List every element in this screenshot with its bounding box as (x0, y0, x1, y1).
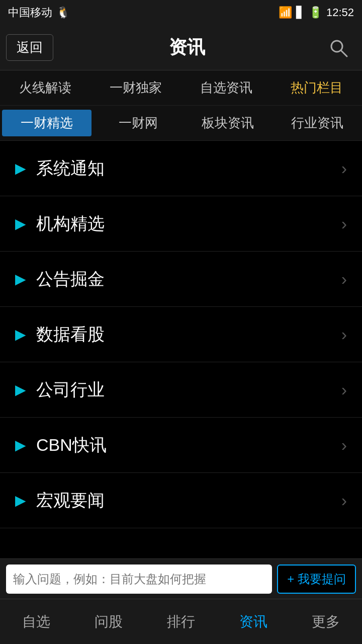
carrier-label: 中国移动 (8, 5, 52, 20)
list-item-announcement-mining[interactable]: ▶公告掘金› (0, 252, 362, 307)
play-icon: ▶ (15, 381, 26, 398)
list-item-label: 公告掘金 (36, 268, 341, 291)
ask-button[interactable]: + 我要提问 (277, 565, 356, 594)
list-item-label: 系统通知 (36, 157, 341, 180)
nav-item-watchlist[interactable]: 自选 (0, 599, 72, 644)
list-item-label: 公司行业 (36, 378, 341, 401)
nav-item-ranking[interactable]: 排行 (145, 599, 217, 644)
list-item-label: CBN快讯 (36, 434, 341, 457)
nav-item-ask-stock[interactable]: 问股 (72, 599, 145, 644)
play-icon: ▶ (15, 437, 26, 453)
tab1-item-watchlist-news[interactable]: 自选资讯 (181, 70, 272, 105)
chevron-right-icon: › (341, 214, 347, 233)
wifi-icon: 📶 (279, 6, 292, 19)
list-item-label: 数据看股 (36, 323, 341, 346)
tab2-item-yicai-net[interactable]: 一财网 (94, 106, 183, 140)
list-item-institution-picks[interactable]: ▶机构精选› (0, 196, 362, 252)
tab2-item-sector-news[interactable]: 板块资讯 (183, 106, 273, 140)
back-button[interactable]: 返回 (6, 34, 53, 61)
play-icon: ▶ (15, 271, 26, 287)
play-icon: ▶ (15, 215, 26, 232)
status-carrier: 中国移动 🐧 (8, 5, 70, 20)
tab2-item-industry-news[interactable]: 行业资讯 (273, 106, 362, 140)
chevron-right-icon: › (341, 435, 347, 455)
tab1-item-hot-category[interactable]: 热门栏目 (272, 70, 362, 105)
chevron-right-icon: › (341, 158, 347, 178)
list-item-macro-news[interactable]: ▶宏观要闻› (0, 473, 362, 528)
bottom-nav: 自选问股排行资讯更多 (0, 599, 362, 644)
tab1-item-exclusive[interactable]: 一财独家 (90, 70, 181, 105)
tab1-item-hot-interpret[interactable]: 火线解读 (0, 70, 90, 105)
play-icon: ▶ (15, 160, 26, 177)
tab-row-2: 一财精选一财网板块资讯行业资讯 (0, 106, 362, 141)
header: 返回 资讯 (0, 25, 362, 70)
status-bar: 中国移动 🐧 📶 ▋ 🔋 12:52 (0, 0, 362, 25)
chevron-right-icon: › (341, 325, 347, 344)
nav-item-more[interactable]: 更多 (290, 599, 362, 644)
battery-icon: 🔋 (309, 6, 322, 19)
category-list: ▶系统通知›▶机构精选›▶公告掘金›▶数据看股›▶公司行业›▶CBN快讯›▶宏观… (0, 141, 362, 528)
list-item-system-notice[interactable]: ▶系统通知› (0, 141, 362, 196)
nav-item-news[interactable]: 资讯 (217, 599, 290, 644)
list-item-data-stock-view[interactable]: ▶数据看股› (0, 307, 362, 362)
tab2-item-selected[interactable]: 一财精选 (2, 110, 92, 136)
search-button[interactable] (321, 33, 356, 63)
chevron-right-icon: › (341, 380, 347, 399)
carrier-icon: 🐧 (56, 6, 70, 19)
chevron-right-icon: › (341, 491, 347, 510)
status-right: 📶 ▋ 🔋 12:52 (279, 6, 354, 19)
bottom-input-area: + 我要提问 (0, 558, 362, 599)
list-item-company-industry[interactable]: ▶公司行业› (0, 362, 362, 418)
tab-row-1: 火线解读一财独家自选资讯热门栏目 (0, 70, 362, 106)
play-icon: ▶ (15, 326, 26, 343)
page-title: 资讯 (169, 35, 205, 60)
play-icon: ▶ (15, 492, 26, 509)
signal-icon: ▋ (296, 6, 305, 19)
chevron-right-icon: › (341, 269, 347, 289)
list-item-label: 宏观要闻 (36, 489, 341, 512)
time-label: 12:52 (326, 6, 354, 19)
svg-line-1 (341, 50, 347, 56)
question-input[interactable] (6, 565, 272, 594)
list-item-cbn-flash[interactable]: ▶CBN快讯› (0, 418, 362, 473)
list-item-label: 机构精选 (36, 212, 341, 235)
search-icon (328, 38, 348, 58)
